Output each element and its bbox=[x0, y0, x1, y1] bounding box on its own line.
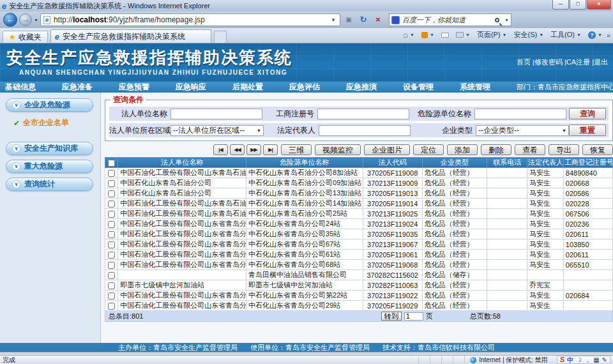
toolbar-button[interactable]: 添加 bbox=[447, 144, 478, 155]
nav-item[interactable]: 后期处置 bbox=[232, 82, 263, 93]
menu-tools[interactable]: 工具(O)▼ bbox=[548, 29, 584, 41]
legal-name-input[interactable] bbox=[170, 109, 262, 119]
favorites-button[interactable]: ★ 收藏夹 bbox=[3, 31, 48, 43]
search-button[interactable]: 查询 bbox=[569, 108, 606, 119]
tab-active[interactable]: e 安全生产应急救援指挥辅助决策系统 bbox=[50, 29, 211, 43]
pager-button[interactable]: ▶▶ bbox=[246, 144, 261, 155]
header-link[interactable]: CA注册 bbox=[563, 58, 590, 66]
row-checkbox[interactable] bbox=[108, 241, 115, 248]
toolbar-button[interactable]: 企业图片 bbox=[364, 144, 410, 155]
table-row[interactable]: 中国石油化工股份有限公司山东省青岛分公司 中石化山东省青岛分公司67站 3702… bbox=[105, 239, 613, 250]
refresh-button[interactable]: ↻ bbox=[357, 13, 370, 26]
search-input[interactable] bbox=[402, 16, 492, 24]
ime-settings-icon[interactable]: ✎ bbox=[602, 357, 607, 363]
row-checkbox[interactable] bbox=[108, 201, 115, 208]
menu-safety[interactable]: 安全(S)▼ bbox=[511, 29, 547, 41]
minimize-button[interactable]: ─ bbox=[552, 0, 569, 10]
table-row[interactable]: 中国石油化工股份有限公司山东省青岛分公司 中石化山东省青岛分公司68站 3702… bbox=[105, 260, 613, 270]
new-tab-stub[interactable] bbox=[214, 31, 227, 43]
toolbar-button[interactable]: 查看 bbox=[515, 144, 545, 155]
nav-item[interactable]: 应急响应 bbox=[176, 82, 206, 93]
table-row[interactable]: 中国石油化工股份有限公司山东省青岛分公司 中石化山东省青岛分公司第22站 370… bbox=[105, 291, 613, 301]
toolbar-button[interactable]: 导出 bbox=[549, 144, 579, 155]
enterprise-type-select[interactable]: --企业类型--▼ bbox=[476, 125, 569, 136]
history-dropdown-icon[interactable]: ▼ bbox=[34, 18, 38, 22]
ime-fullwidth-icon[interactable]: ☽ bbox=[576, 357, 582, 363]
toolbar-button[interactable]: 三维 bbox=[281, 144, 312, 155]
business-reg-no-input[interactable] bbox=[317, 109, 409, 119]
close-button[interactable]: × bbox=[587, 0, 611, 10]
maximize-button[interactable]: □ bbox=[570, 0, 586, 10]
ime-keyboard-icon[interactable]: ▦ bbox=[593, 357, 599, 363]
menu-page[interactable]: 页面(P)▼ bbox=[474, 29, 510, 41]
address-field[interactable]: e http://localhost:90/yjzh/frame/homepag… bbox=[40, 13, 340, 26]
row-checkbox[interactable] bbox=[108, 272, 115, 279]
select-all-checkbox[interactable] bbox=[108, 160, 115, 167]
row-checkbox[interactable] bbox=[108, 292, 115, 300]
table-row[interactable]: 中国石油化工股份有限公司山东省青岛分公司 中石化山东省青岛分公司29站 3702… bbox=[105, 301, 613, 311]
row-checkbox[interactable] bbox=[108, 282, 115, 289]
print-button[interactable]: ▼ bbox=[453, 31, 473, 39]
pager-button[interactable]: ▶| bbox=[263, 144, 278, 155]
home-button[interactable]: ⌂▼ bbox=[400, 30, 417, 40]
row-checkbox[interactable] bbox=[108, 221, 115, 228]
pager-button[interactable]: |◀ bbox=[213, 144, 228, 155]
mail-button[interactable] bbox=[439, 31, 451, 39]
table-row[interactable]: 青岛田横中油油品销售有限公司 370282C115602 危化品（储存） bbox=[105, 270, 613, 280]
forward-button[interactable]: → bbox=[19, 13, 32, 26]
table-row[interactable]: 即墨市七级镇中岔河加油站 即墨市七级镇中岔河加油站 370282F110063 … bbox=[105, 280, 613, 291]
search-icon[interactable] bbox=[495, 18, 499, 22]
nav-item[interactable]: 应急准备 bbox=[62, 82, 93, 93]
ime-punctuation-icon[interactable]: ， bbox=[584, 357, 591, 363]
overflow-chevron-icon[interactable]: » bbox=[607, 31, 610, 39]
ime-logo-icon[interactable]: S bbox=[560, 356, 564, 363]
table-row[interactable]: 中国石油化工股份有限公司山东省青岛分公司 中石化山东省青岛分公司61站 3702… bbox=[105, 250, 613, 260]
address-dropdown-icon[interactable]: ▼ bbox=[329, 17, 337, 23]
row-checkbox[interactable] bbox=[108, 231, 115, 238]
goto-page-button[interactable]: 转到 bbox=[381, 312, 402, 321]
feeds-button[interactable]: ▼ bbox=[419, 31, 437, 40]
table-row[interactable]: 中国石化山东青岛石油分公司 中石化山东青岛石油分公司09加油站 370213F1… bbox=[105, 178, 613, 188]
row-checkbox[interactable] bbox=[108, 262, 115, 269]
stop-button[interactable]: × bbox=[372, 13, 384, 26]
sidebar-group-statistics[interactable]: ∨ 查询统计 bbox=[6, 178, 93, 191]
search-dropdown-icon[interactable]: ▼ bbox=[504, 18, 509, 22]
nav-item[interactable]: 设备管理 bbox=[403, 82, 434, 93]
header-link[interactable]: 退出 bbox=[590, 58, 608, 66]
back-button[interactable]: ← bbox=[3, 13, 17, 27]
toolbar-button[interactable]: 定位 bbox=[413, 144, 444, 155]
row-checkbox[interactable] bbox=[108, 211, 115, 218]
toolbar-button[interactable]: 视频监控 bbox=[315, 144, 361, 155]
compatibility-view-button[interactable]: ▣ bbox=[342, 13, 355, 26]
legal-rep-input[interactable] bbox=[319, 125, 411, 136]
nav-item[interactable]: 基础信息 bbox=[5, 82, 36, 93]
row-checkbox[interactable] bbox=[108, 190, 115, 197]
table-row[interactable]: 中国石油化工股份有限公司山东青岛石油分公司 中石化山东青岛石油分公司14加油站 … bbox=[105, 199, 613, 209]
toolbar-button[interactable]: 删除 bbox=[481, 144, 511, 155]
table-row[interactable]: 中国石油化工股份有限公司山东省青岛分公司 中石化山东省青岛分公司35站 3702… bbox=[105, 229, 613, 239]
row-checkbox[interactable] bbox=[108, 252, 115, 259]
toolbar-button[interactable]: 恢复 bbox=[582, 144, 613, 155]
sidebar-group-major-hazard[interactable]: ∨ 重大危险源 bbox=[6, 160, 93, 173]
table-row[interactable]: 中国石油化工股份有限公司山东省青岛分公司 中石化山东省青岛分公司24站 3702… bbox=[105, 219, 613, 229]
help-button[interactable]: ?▼ bbox=[586, 30, 605, 40]
table-row[interactable]: 中国石油化工股份有限公司山东青岛石油分公司 中石化山东青岛石油分公司25站 37… bbox=[105, 209, 613, 219]
nav-item[interactable]: 应急预警 bbox=[119, 82, 149, 93]
sidebar-item-enterprise-list[interactable]: ✔ 全市企业名单 bbox=[6, 116, 93, 131]
header-link[interactable]: 首页 bbox=[517, 58, 531, 66]
header-link[interactable]: 修改密码 bbox=[531, 58, 563, 66]
row-checkbox[interactable] bbox=[108, 303, 115, 310]
row-checkbox[interactable] bbox=[108, 180, 115, 187]
hazard-name-input[interactable] bbox=[474, 109, 566, 119]
nav-item[interactable]: 应急推演 bbox=[346, 82, 377, 93]
nav-item[interactable]: 应急评估 bbox=[289, 82, 320, 93]
region-select[interactable]: --法人单位所在区域--▼ bbox=[170, 125, 264, 136]
row-checkbox[interactable] bbox=[108, 170, 115, 177]
pager-button[interactable]: ◀◀ bbox=[230, 144, 245, 155]
goto-page-input[interactable] bbox=[404, 312, 423, 321]
sidebar-group-enterprise[interactable]: ∨ 企业及危险源 bbox=[6, 98, 93, 112]
table-row[interactable]: 中国石油化工股份有限公司山东青岛石油分公司 中石化山东青岛石油分公司8加油站 3… bbox=[105, 168, 613, 178]
sidebar-group-knowledge[interactable]: ∨ 安全生产知识库 bbox=[6, 142, 93, 155]
table-row[interactable]: 中国石化山东青岛石油分公司 中石化山东青岛石油分公司13加油站 370205F1… bbox=[105, 188, 613, 199]
ime-language-icon[interactable]: 中 bbox=[567, 357, 573, 363]
